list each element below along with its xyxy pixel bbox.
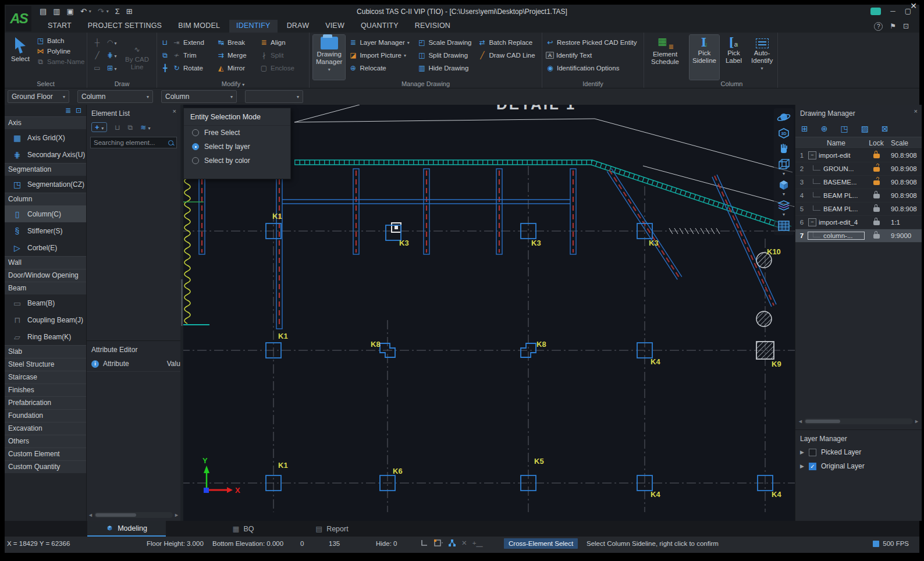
add-element-button[interactable]: + ▾ [91, 122, 107, 132]
solid-view-icon[interactable]: ▾ [776, 178, 791, 197]
select-tool-button[interactable]: Select [8, 35, 33, 80]
sidebar-item-beam-b-[interactable]: ▭Beam(B) [5, 294, 86, 311]
lock-icon[interactable] [873, 154, 880, 158]
floor-element-dropdown-3[interactable]: Column▾ [161, 90, 237, 103]
relocate-drawing-icon[interactable]: ⊕ [821, 124, 828, 133]
floor-element-dropdown-4[interactable]: ▾ [245, 90, 303, 103]
flag-icon[interactable]: ⚑ [890, 22, 896, 30]
group-label-modify[interactable]: Modify ▾ [157, 80, 309, 87]
identify-text-button[interactable]: AIdentify Text [546, 52, 639, 59]
point-icon[interactable]: ┼ [93, 38, 102, 47]
lock-icon[interactable] [873, 234, 880, 239]
relocate-button[interactable]: ⊕Relocate [349, 64, 417, 72]
sidebar-category-staircase[interactable]: Staircase [5, 371, 86, 384]
auto-identify-button[interactable]: Auto-Identify▾ [748, 35, 776, 80]
lock-icon[interactable] [873, 194, 880, 198]
draw-cad-line-button[interactable]: ╱Draw CAD Line [478, 51, 538, 59]
arc-icon[interactable]: ◠▾ [105, 38, 116, 47]
scroll-left-icon[interactable]: ◄ [88, 512, 93, 518]
line-icon[interactable]: ╱ [93, 51, 102, 59]
hide-drawing-button[interactable]: ▥Hide Drawing [417, 64, 478, 72]
pan-icon[interactable] [776, 142, 791, 156]
drawing-manager-scrollbar[interactable]: ◄ ► [798, 418, 919, 425]
rotate-button[interactable]: ↻Rotate [172, 64, 216, 72]
column-marker-k9[interactable] [756, 342, 774, 359]
delete-icon[interactable]: ⊔ [161, 38, 169, 47]
move-icon[interactable]: ╋ [161, 64, 169, 72]
tab-draw[interactable]: DRAW [280, 20, 317, 33]
sidebar-category-others[interactable]: Others [5, 435, 86, 448]
list-view-icon[interactable]: ≣ [65, 106, 71, 115]
drawing-row[interactable]: 3BASEME...90.8:908 [795, 176, 922, 189]
layer-manager-button[interactable]: ≣Layer Manager▾ [349, 38, 417, 47]
tab-bim-model[interactable]: BIM MODEL [171, 20, 227, 33]
table-view-icon[interactable] [776, 219, 791, 233]
sidebar-item-stiffener-s-[interactable]: §Stiffener(S) [5, 222, 86, 239]
cross-icon[interactable]: ✕ [461, 539, 467, 547]
layer-checkbox[interactable]: ✓ [809, 463, 816, 470]
selection-mode-option[interactable]: Free Select [184, 126, 290, 140]
drawing-manager-button[interactable]: Drawing Manager▾ [313, 35, 345, 80]
drawing-row[interactable]: 1−import-edit90.8:908 [795, 149, 922, 162]
merge-button[interactable]: ⇉Merge [216, 51, 260, 59]
radio-icon[interactable] [192, 129, 199, 136]
tab-start[interactable]: START [41, 20, 79, 33]
add-drawing-icon[interactable]: ⊞ [801, 124, 808, 133]
polyline-button[interactable]: ⋈Polyline [36, 47, 85, 55]
panel-horizontal-scrollbar[interactable]: ◄ ► [88, 512, 179, 519]
drawing-manager-close-icon[interactable]: × [914, 108, 918, 115]
lock-cell[interactable] [864, 151, 889, 159]
help-icon[interactable]: ? [874, 22, 883, 31]
lock-icon[interactable] [873, 221, 880, 225]
tab-bq[interactable]: ▦ BQ [220, 521, 266, 537]
sidebar-item-axis-grid-x-[interactable]: ▦Axis Grid(X) [5, 129, 86, 146]
delete-element-icon[interactable]: ⊔ [115, 123, 120, 132]
sidebar-category-prefabrication[interactable]: Prefabrication [5, 396, 86, 409]
lock-cell[interactable] [864, 232, 889, 240]
axis-grid-icon[interactable]: ⋕▾ [105, 51, 116, 59]
import-picture-button[interactable]: ◪Import Picture▾ [349, 51, 417, 59]
hatch-grid-icon[interactable]: ⊞▾ [105, 64, 116, 72]
trim-button[interactable]: ≁Trim [172, 51, 216, 59]
identification-options-button[interactable]: ◉Identification Options [546, 64, 639, 72]
search-element-input[interactable]: Searching element... [90, 137, 177, 148]
panel-view-icon[interactable]: ⊡ [76, 106, 81, 115]
sidebar-item-coupling-beam-j-[interactable]: ⊓Coupling Beam(J) [5, 311, 86, 328]
drawing-row[interactable]: 6−import-edit_41:1 [795, 216, 922, 229]
element-schedule-button[interactable]: ▦≣ Element Schedule [648, 35, 683, 68]
scroll-right-icon[interactable]: ► [174, 512, 179, 518]
sidebar-category-custom-element[interactable]: Custom Element [5, 448, 86, 460]
sidebar-item-corbel-e-[interactable]: ▷Corbel(E) [5, 239, 86, 256]
snap-nodes-icon[interactable] [448, 539, 456, 547]
sidebar-category-door-window-opening[interactable]: Door/Window Opening [5, 269, 86, 282]
tree-expander-icon[interactable]: − [808, 151, 816, 159]
layer-item-original-layer[interactable]: ▶✓Original Layer [795, 459, 922, 473]
wireframe-view-icon[interactable]: ▾ [776, 158, 791, 176]
edit-drawing-icon[interactable]: ▨ [861, 124, 869, 133]
sidebar-category-foundation[interactable]: Foundation [5, 409, 86, 422]
selection-mode-option[interactable]: Select by color [184, 154, 290, 168]
tab-report[interactable]: ▤ Report [304, 521, 360, 537]
lock-cell[interactable] [864, 218, 889, 226]
selection-mode-option[interactable]: Select by layer [184, 140, 290, 154]
tree-expander-icon[interactable]: − [808, 218, 816, 226]
dm-scroll-right-icon[interactable]: ► [914, 418, 919, 424]
extend-button[interactable]: ⇥Extend [172, 38, 216, 47]
selection-mode-badge[interactable]: Cross-Element Select [504, 538, 578, 549]
radio-icon[interactable] [192, 143, 199, 150]
window-layout-icon[interactable]: ⊡ [903, 22, 909, 30]
drawing-row[interactable]: 4BEAM PL...90.8:908 [795, 189, 922, 203]
close-icon[interactable]: ✕ [910, 1, 917, 10]
copy-element-icon[interactable]: ⧉ [128, 123, 133, 132]
rect-icon[interactable]: ▭ [93, 64, 102, 72]
pickbox-icon[interactable] [433, 539, 443, 547]
chat-icon[interactable] [870, 8, 881, 15]
element-list-close-icon[interactable]: × [173, 108, 176, 115]
align-button[interactable]: ≣Align [260, 38, 305, 47]
lock-cell[interactable] [864, 205, 889, 213]
expand-arrow-icon[interactable]: ▶ [800, 463, 804, 469]
tab-modeling[interactable]: Modeling [87, 521, 166, 537]
tab-project-settings[interactable]: PROJECT SETTINGS [81, 20, 169, 33]
scale-drawing-button[interactable]: ◰Scale Drawing [417, 38, 478, 47]
pick-sideline-button[interactable]: I↕ Pick Sideline [690, 35, 719, 80]
